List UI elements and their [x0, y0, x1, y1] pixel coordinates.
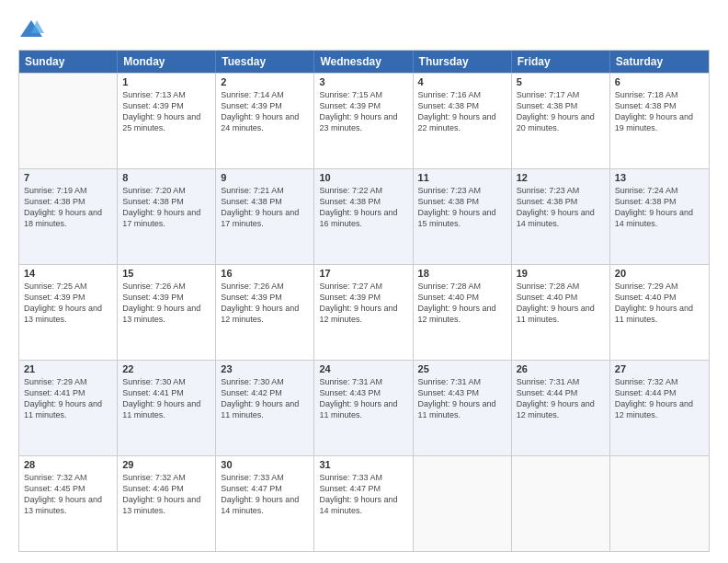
cell-info: Sunrise: 7:29 AMSunset: 4:40 PMDaylight:…: [615, 281, 704, 326]
cell-info: Sunrise: 7:28 AMSunset: 4:40 PMDaylight:…: [418, 281, 506, 326]
cell-info: Sunrise: 7:25 AMSunset: 4:39 PMDaylight:…: [24, 281, 112, 326]
cell-info: Sunrise: 7:28 AMSunset: 4:40 PMDaylight:…: [517, 281, 605, 326]
cell-info: Sunrise: 7:24 AMSunset: 4:38 PMDaylight:…: [615, 185, 704, 230]
calendar-cell-w2-d3: 9Sunrise: 7:21 AMSunset: 4:38 PMDaylight…: [216, 169, 314, 264]
cell-info: Sunrise: 7:32 AMSunset: 4:46 PMDaylight:…: [122, 472, 210, 517]
cell-info: Sunrise: 7:14 AMSunset: 4:39 PMDaylight:…: [221, 89, 309, 134]
cell-day-number: 13: [615, 172, 704, 183]
cell-day-number: 11: [418, 172, 506, 183]
cell-info: Sunrise: 7:23 AMSunset: 4:38 PMDaylight:…: [418, 185, 506, 230]
calendar-cell-w4-d2: 22Sunrise: 7:30 AMSunset: 4:41 PMDayligh…: [118, 361, 216, 455]
header-day-friday: Friday: [512, 51, 610, 73]
cell-info: Sunrise: 7:32 AMSunset: 4:44 PMDaylight:…: [615, 376, 704, 421]
calendar-cell-w3-d6: 19Sunrise: 7:28 AMSunset: 4:40 PMDayligh…: [512, 265, 610, 360]
header-day-sunday: Sunday: [19, 51, 118, 73]
cell-info: Sunrise: 7:27 AMSunset: 4:39 PMDaylight:…: [319, 281, 407, 326]
calendar-cell-w4-d7: 27Sunrise: 7:32 AMSunset: 4:44 PMDayligh…: [610, 361, 709, 455]
cell-day-number: 28: [24, 459, 112, 470]
logo: [18, 17, 48, 42]
cell-info: Sunrise: 7:21 AMSunset: 4:38 PMDaylight:…: [221, 185, 309, 230]
calendar-cell-w5-d6: [512, 456, 610, 551]
cell-info: Sunrise: 7:31 AMSunset: 4:43 PMDaylight:…: [418, 376, 506, 421]
header-day-saturday: Saturday: [610, 51, 709, 73]
calendar-cell-w1-d2: 1Sunrise: 7:13 AMSunset: 4:39 PMDaylight…: [118, 74, 216, 168]
header-day-tuesday: Tuesday: [216, 51, 314, 73]
cell-day-number: 22: [122, 363, 210, 374]
calendar-cell-w1-d3: 2Sunrise: 7:14 AMSunset: 4:39 PMDaylight…: [216, 74, 314, 168]
calendar-cell-w1-d5: 4Sunrise: 7:16 AMSunset: 4:38 PMDaylight…: [414, 74, 512, 168]
cell-info: Sunrise: 7:22 AMSunset: 4:38 PMDaylight:…: [319, 185, 407, 230]
cell-day-number: 3: [319, 76, 407, 87]
cell-info: Sunrise: 7:33 AMSunset: 4:47 PMDaylight:…: [319, 472, 407, 517]
cell-info: Sunrise: 7:26 AMSunset: 4:39 PMDaylight:…: [221, 281, 309, 326]
cell-info: Sunrise: 7:16 AMSunset: 4:38 PMDaylight:…: [418, 89, 506, 134]
calendar-cell-w2-d1: 7Sunrise: 7:19 AMSunset: 4:38 PMDaylight…: [19, 169, 118, 264]
calendar-cell-w1-d4: 3Sunrise: 7:15 AMSunset: 4:39 PMDaylight…: [314, 74, 413, 168]
cell-info: Sunrise: 7:30 AMSunset: 4:42 PMDaylight:…: [221, 376, 309, 421]
calendar-cell-w1-d7: 6Sunrise: 7:18 AMSunset: 4:38 PMDaylight…: [610, 74, 709, 168]
cell-day-number: 19: [517, 268, 605, 279]
cell-day-number: 2: [221, 76, 309, 87]
cell-day-number: 15: [122, 268, 210, 279]
cell-day-number: 14: [24, 268, 112, 279]
calendar-cell-w5-d2: 29Sunrise: 7:32 AMSunset: 4:46 PMDayligh…: [118, 456, 216, 551]
cell-day-number: 5: [517, 76, 605, 87]
cell-day-number: 4: [418, 76, 506, 87]
calendar-cell-w2-d2: 8Sunrise: 7:20 AMSunset: 4:38 PMDaylight…: [118, 169, 216, 264]
calendar-cell-w2-d4: 10Sunrise: 7:22 AMSunset: 4:38 PMDayligh…: [314, 169, 413, 264]
calendar-cell-w3-d7: 20Sunrise: 7:29 AMSunset: 4:40 PMDayligh…: [610, 265, 709, 360]
calendar-cell-w5-d3: 30Sunrise: 7:33 AMSunset: 4:47 PMDayligh…: [216, 456, 314, 551]
calendar-body: 1Sunrise: 7:13 AMSunset: 4:39 PMDaylight…: [19, 73, 709, 551]
cell-day-number: 7: [24, 172, 112, 183]
calendar-week-4: 21Sunrise: 7:29 AMSunset: 4:41 PMDayligh…: [19, 360, 709, 455]
cell-day-number: 26: [517, 363, 605, 374]
calendar-cell-w4-d5: 25Sunrise: 7:31 AMSunset: 4:43 PMDayligh…: [414, 361, 512, 455]
cell-day-number: 12: [517, 172, 605, 183]
cell-day-number: 20: [615, 268, 704, 279]
cell-info: Sunrise: 7:13 AMSunset: 4:39 PMDaylight:…: [122, 89, 210, 134]
cell-day-number: 16: [221, 268, 309, 279]
cell-day-number: 25: [418, 363, 506, 374]
cell-day-number: 24: [319, 363, 407, 374]
calendar-week-5: 28Sunrise: 7:32 AMSunset: 4:45 PMDayligh…: [19, 455, 709, 551]
calendar-cell-w4-d3: 23Sunrise: 7:30 AMSunset: 4:42 PMDayligh…: [216, 361, 314, 455]
cell-day-number: 8: [122, 172, 210, 183]
calendar-cell-w4-d6: 26Sunrise: 7:31 AMSunset: 4:44 PMDayligh…: [512, 361, 610, 455]
calendar-cell-w3-d3: 16Sunrise: 7:26 AMSunset: 4:39 PMDayligh…: [216, 265, 314, 360]
calendar-cell-w3-d5: 18Sunrise: 7:28 AMSunset: 4:40 PMDayligh…: [414, 265, 512, 360]
page: SundayMondayTuesdayWednesdayThursdayFrid…: [0, 0, 728, 563]
calendar-cell-w1-d1: [19, 74, 118, 168]
cell-info: Sunrise: 7:33 AMSunset: 4:47 PMDaylight:…: [221, 472, 309, 517]
calendar-cell-w4-d1: 21Sunrise: 7:29 AMSunset: 4:41 PMDayligh…: [19, 361, 118, 455]
calendar-cell-w5-d1: 28Sunrise: 7:32 AMSunset: 4:45 PMDayligh…: [19, 456, 118, 551]
calendar-week-2: 7Sunrise: 7:19 AMSunset: 4:38 PMDaylight…: [19, 168, 709, 264]
cell-info: Sunrise: 7:20 AMSunset: 4:38 PMDaylight:…: [122, 185, 210, 230]
cell-info: Sunrise: 7:19 AMSunset: 4:38 PMDaylight:…: [24, 185, 112, 230]
logo-icon: [18, 17, 44, 42]
calendar-cell-w2-d6: 12Sunrise: 7:23 AMSunset: 4:38 PMDayligh…: [512, 169, 610, 264]
header: [18, 17, 710, 42]
cell-info: Sunrise: 7:30 AMSunset: 4:41 PMDaylight:…: [122, 376, 210, 421]
cell-day-number: 1: [122, 76, 210, 87]
calendar-cell-w4-d4: 24Sunrise: 7:31 AMSunset: 4:43 PMDayligh…: [314, 361, 413, 455]
cell-info: Sunrise: 7:23 AMSunset: 4:38 PMDaylight:…: [517, 185, 605, 230]
calendar-cell-w1-d6: 5Sunrise: 7:17 AMSunset: 4:38 PMDaylight…: [512, 74, 610, 168]
calendar-cell-w5-d5: [414, 456, 512, 551]
header-day-monday: Monday: [118, 51, 216, 73]
cell-day-number: 23: [221, 363, 309, 374]
calendar-cell-w3-d2: 15Sunrise: 7:26 AMSunset: 4:39 PMDayligh…: [118, 265, 216, 360]
calendar-cell-w3-d1: 14Sunrise: 7:25 AMSunset: 4:39 PMDayligh…: [19, 265, 118, 360]
cell-day-number: 21: [24, 363, 112, 374]
cell-info: Sunrise: 7:29 AMSunset: 4:41 PMDaylight:…: [24, 376, 112, 421]
calendar-cell-w5-d4: 31Sunrise: 7:33 AMSunset: 4:47 PMDayligh…: [314, 456, 413, 551]
cell-info: Sunrise: 7:26 AMSunset: 4:39 PMDaylight:…: [122, 281, 210, 326]
cell-info: Sunrise: 7:17 AMSunset: 4:38 PMDaylight:…: [517, 89, 605, 134]
cell-day-number: 27: [615, 363, 704, 374]
cell-day-number: 31: [319, 459, 407, 470]
cell-day-number: 30: [221, 459, 309, 470]
cell-info: Sunrise: 7:18 AMSunset: 4:38 PMDaylight:…: [615, 89, 704, 134]
calendar-cell-w5-d7: [610, 456, 709, 551]
cell-day-number: 17: [319, 268, 407, 279]
cell-info: Sunrise: 7:32 AMSunset: 4:45 PMDaylight:…: [24, 472, 112, 517]
cell-info: Sunrise: 7:15 AMSunset: 4:39 PMDaylight:…: [319, 89, 407, 134]
